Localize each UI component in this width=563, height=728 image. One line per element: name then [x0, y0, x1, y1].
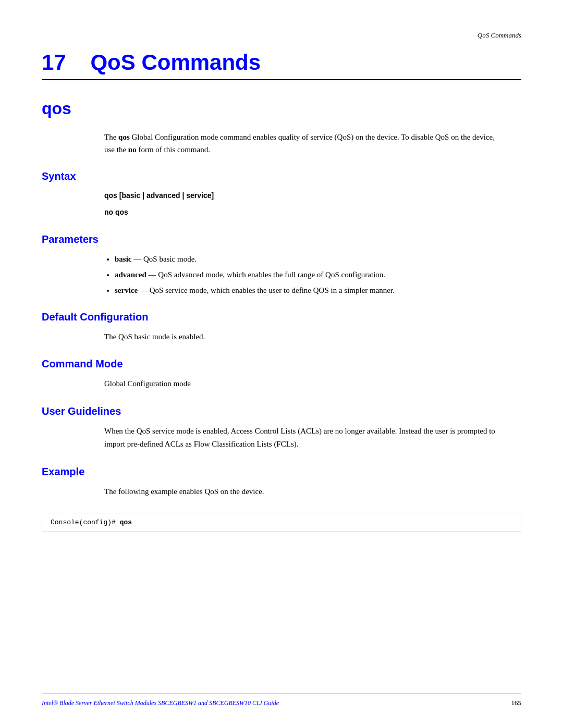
- example-intro-text: The following example enables QoS on the…: [104, 485, 500, 499]
- footer-page-number: 165: [511, 699, 522, 707]
- syntax-line2: no qos: [104, 206, 500, 219]
- example-heading: Example: [42, 466, 521, 478]
- parameters-content: basic — QoS basic mode. advanced — QoS a…: [104, 253, 500, 297]
- command-mode-content: Global Configuration mode: [104, 377, 500, 391]
- page-header-right: QoS Commands: [42, 31, 521, 40]
- footer: Intel® Blade Server Ethernet Switch Modu…: [42, 693, 521, 707]
- syntax-content: qos [basic | advanced | service] no qos: [104, 190, 500, 219]
- default-config-heading: Default Configuration: [42, 311, 521, 323]
- chapter-title: 17 QoS Commands: [42, 50, 521, 75]
- parameters-list: basic — QoS basic mode. advanced — QoS a…: [115, 253, 500, 297]
- command-name: qos: [42, 99, 521, 118]
- chapter-title-text: QoS Commands: [90, 50, 261, 75]
- example-intro-content: The following example enables QoS on the…: [104, 485, 500, 499]
- command-mode-heading: Command Mode: [42, 358, 521, 370]
- footer-left: Intel® Blade Server Ethernet Switch Modu…: [42, 699, 279, 707]
- list-item: basic — QoS basic mode.: [115, 253, 500, 265]
- syntax-heading: Syntax: [42, 170, 521, 182]
- chapter-number: 17: [42, 50, 66, 75]
- syntax-line1: qos [basic | advanced | service]: [104, 190, 500, 202]
- list-item: service — QoS service mode, which enable…: [115, 284, 500, 297]
- list-item: advanced — QoS advanced mode, which enab…: [115, 268, 500, 281]
- parameters-heading: Parameters: [42, 233, 521, 245]
- chapter-divider: [42, 79, 521, 80]
- code-block: Console(config)# qos: [42, 513, 521, 532]
- default-config-content: The QoS basic mode is enabled.: [104, 330, 500, 344]
- user-guidelines-content: When the QoS service mode is enabled, Ac…: [104, 425, 500, 451]
- user-guidelines-heading: User Guidelines: [42, 405, 521, 417]
- code-text: Console(config)# qos: [51, 519, 132, 526]
- intro-text: The qos Global Configuration mode comman…: [104, 131, 500, 156]
